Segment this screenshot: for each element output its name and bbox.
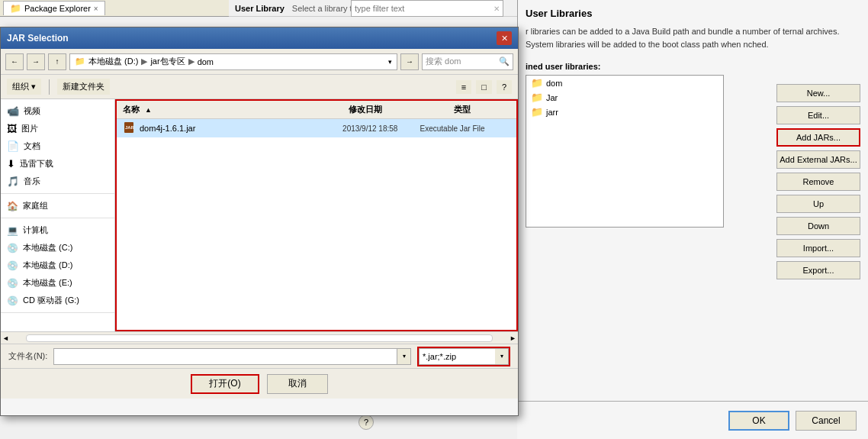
pictures-icon: 🖼 bbox=[7, 123, 17, 134]
sidebar-item-homegroup[interactable]: 🏠 家庭组 bbox=[1, 197, 114, 215]
list-item[interactable]: 📁 jarr bbox=[526, 105, 723, 119]
view-list-button[interactable]: ≡ bbox=[456, 80, 471, 94]
edit-button[interactable]: Edit... bbox=[776, 106, 860, 124]
videos-icon: 📹 bbox=[7, 105, 19, 117]
downloads-icon: ⬇ bbox=[7, 158, 15, 169]
dropdown-arrow-icon: ▾ bbox=[403, 353, 406, 360]
nav-path[interactable]: 📁 本地磁盘 (D:) ▶ jar包专区 ▶ dom ▾ bbox=[69, 53, 397, 70]
ok-button[interactable]: OK bbox=[728, 411, 789, 431]
user-libraries-panel: User Libraries r libraries can be added … bbox=[517, 0, 868, 439]
filename-area: 文件名(N): ▾ ▾ bbox=[1, 344, 518, 368]
lib-dom-label: dom bbox=[546, 79, 562, 88]
filetype-input[interactable] bbox=[419, 348, 495, 365]
cancel-button[interactable]: Cancel bbox=[796, 411, 857, 431]
col-name-header[interactable]: 名称 ▲ bbox=[123, 104, 317, 115]
sidebar-item-drive-d[interactable]: 💿 本地磁盘 (D:) bbox=[1, 257, 114, 274]
documents-icon: 📄 bbox=[7, 140, 19, 152]
path-separator-1: ▶ bbox=[141, 56, 147, 66]
nav-forward-button[interactable]: → bbox=[27, 53, 45, 70]
dialog-titlebar: JAR Selection ✕ bbox=[1, 27, 518, 49]
table-row[interactable]: JAR dom4j-1.6.1.jar 2013/9/12 18:58 Exec… bbox=[117, 119, 516, 137]
package-explorer-tab[interactable]: 📁 Package Explorer × bbox=[3, 1, 105, 15]
scroll-left-icon[interactable]: ◄ bbox=[1, 334, 11, 342]
tab-close-icon[interactable]: × bbox=[94, 5, 98, 13]
scroll-right-icon[interactable]: ► bbox=[508, 334, 518, 342]
tab-label: Package Explorer bbox=[24, 4, 91, 13]
up-button[interactable]: Up bbox=[776, 195, 860, 213]
cd-drive-label: CD 驱动器 (G:) bbox=[23, 295, 79, 306]
export-button[interactable]: Export... bbox=[776, 261, 860, 279]
action-buttons-area: 打开(O) 取消 bbox=[1, 368, 518, 399]
view-list-icon: ≡ bbox=[461, 82, 466, 92]
new-folder-button[interactable]: 新建文件夹 bbox=[57, 79, 110, 95]
filter-input[interactable] bbox=[355, 4, 493, 13]
scroll-track[interactable] bbox=[26, 334, 493, 342]
library-buttons: New... Edit... Add JARs... Add External … bbox=[776, 84, 860, 279]
sidebar-item-drive-c[interactable]: 💿 本地磁盘 (C:) bbox=[1, 239, 114, 257]
toolbar-separator bbox=[49, 79, 50, 95]
filter-clear-icon[interactable]: ✕ bbox=[493, 5, 500, 13]
col-type-header[interactable]: 类型 bbox=[413, 104, 510, 115]
filetype-wrap: ▾ bbox=[417, 347, 510, 366]
import-button[interactable]: Import... bbox=[776, 239, 860, 257]
list-item[interactable]: 📁 dom bbox=[526, 76, 723, 90]
jar-folder-icon: 📁 bbox=[531, 92, 543, 103]
nav-go-button[interactable]: → bbox=[400, 53, 419, 70]
filetype-dropdown-button[interactable]: ▾ bbox=[495, 348, 509, 365]
pictures-label: 图片 bbox=[21, 123, 38, 134]
path-separator-2: ▶ bbox=[188, 56, 194, 66]
sidebar-item-drive-e[interactable]: 💿 本地磁盘 (E:) bbox=[1, 274, 114, 292]
file-list: JAR dom4j-1.6.1.jar 2013/9/12 18:58 Exec… bbox=[117, 119, 516, 330]
nav-back-button[interactable]: ← bbox=[5, 53, 24, 70]
drive-c-icon: 💿 bbox=[7, 243, 18, 253]
new-button[interactable]: New... bbox=[776, 84, 860, 102]
sidebar-item-cd-drive[interactable]: 💿 CD 驱动器 (G:) bbox=[1, 292, 114, 309]
drive-e-label: 本地磁盘 (E:) bbox=[23, 277, 72, 289]
nav-up-button[interactable]: ↑ bbox=[48, 53, 66, 70]
homegroup-icon: 🏠 bbox=[7, 201, 18, 211]
file-date: 2013/9/12 18:58 bbox=[325, 124, 416, 133]
go-icon: → bbox=[406, 57, 413, 66]
help-icon[interactable]: ? bbox=[358, 415, 374, 430]
music-label: 音乐 bbox=[24, 176, 40, 187]
drive-e-icon: 💿 bbox=[7, 278, 18, 289]
organize-label: 组织 ▾ bbox=[12, 81, 36, 92]
downloads-label: 迅雷下载 bbox=[20, 158, 53, 169]
user-libraries-title: User Libraries bbox=[526, 8, 860, 19]
list-item[interactable]: 📁 Jar bbox=[526, 90, 723, 105]
filename-label: 文件名(N): bbox=[8, 350, 47, 362]
dom-folder-icon: 📁 bbox=[531, 77, 543, 89]
new-folder-label: 新建文件夹 bbox=[63, 81, 104, 92]
sidebar-item-videos[interactable]: 📹 视频 bbox=[1, 102, 114, 120]
filename-dropdown-button[interactable]: ▾ bbox=[397, 348, 411, 365]
horizontal-scrollbar[interactable]: ◄ ► bbox=[1, 331, 518, 344]
drive-c-label: 本地磁盘 (C:) bbox=[23, 242, 72, 253]
sidebar-item-computer[interactable]: 💻 计算机 bbox=[1, 221, 114, 239]
search-bar[interactable]: 搜索 dom 🔍 bbox=[422, 53, 513, 70]
dialog-toolbar: 组织 ▾ 新建文件夹 ≡ □ ? bbox=[1, 75, 518, 99]
sidebar-item-music[interactable]: 🎵 音乐 bbox=[1, 173, 114, 190]
favorites-section: 📹 视频 🖼 图片 📄 文档 ⬇ 迅雷下载 bbox=[1, 99, 114, 194]
up-icon: ↑ bbox=[56, 57, 59, 66]
sidebar-item-downloads[interactable]: ⬇ 迅雷下载 bbox=[1, 155, 114, 173]
dialog-cancel-button[interactable]: 取消 bbox=[267, 374, 328, 394]
lib-jarr-label: jarr bbox=[546, 108, 558, 117]
computer-icon: 💻 bbox=[7, 225, 18, 236]
down-button[interactable]: Down bbox=[776, 217, 860, 235]
open-button[interactable]: 打开(O) bbox=[191, 374, 259, 394]
dialog-close-button[interactable]: ✕ bbox=[497, 31, 512, 45]
add-jars-button[interactable]: Add JARs... bbox=[776, 128, 860, 147]
add-external-jars-button[interactable]: Add External JARs... bbox=[776, 150, 860, 169]
toolbar-help-button[interactable]: ? bbox=[497, 80, 512, 94]
path-dropdown-icon[interactable]: ▾ bbox=[388, 58, 392, 66]
file-name: dom4j-1.6.1.jar bbox=[140, 124, 320, 133]
preview-button[interactable]: □ bbox=[476, 80, 492, 94]
remove-button[interactable]: Remove bbox=[776, 173, 860, 191]
filename-input[interactable] bbox=[53, 348, 397, 365]
bottom-button-area: OK Cancel bbox=[517, 401, 868, 439]
sidebar-item-documents[interactable]: 📄 文档 bbox=[1, 137, 114, 155]
col-date-header[interactable]: 修改日期 bbox=[317, 104, 413, 115]
filter-area[interactable]: ✕ bbox=[351, 0, 503, 17]
organize-button[interactable]: 组织 ▾ bbox=[7, 79, 41, 95]
sidebar-item-pictures[interactable]: 🖼 图片 bbox=[1, 120, 114, 137]
